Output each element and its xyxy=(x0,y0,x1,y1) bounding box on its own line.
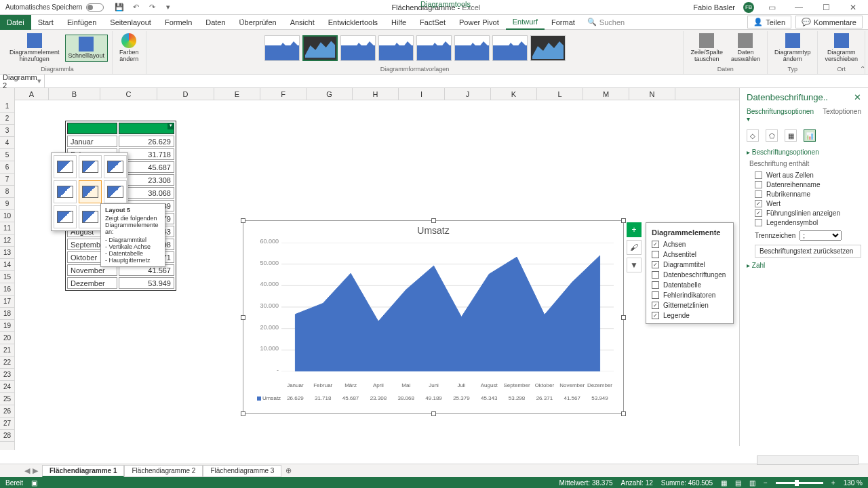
label-check-wert-aus-zellen[interactable]: Wert aus Zellen xyxy=(755,171,861,179)
row-header-25[interactable]: 25 xyxy=(0,393,14,405)
row-header-13[interactable]: 13 xyxy=(0,247,14,259)
chart-styles-button[interactable]: 🖌 xyxy=(627,240,642,255)
layout-option-8[interactable] xyxy=(79,205,102,228)
row-header-14[interactable]: 14 xyxy=(0,259,14,271)
layout-option-6[interactable] xyxy=(104,180,127,203)
chart-element-datenbeschriftungen[interactable]: Datenbeschriftungen xyxy=(646,270,733,280)
horizontal-scrollbar[interactable] xyxy=(757,455,859,465)
chart-element-fehlerindikatoren[interactable]: Fehlerindikatoren xyxy=(646,290,733,300)
row-header-18[interactable]: 18 xyxy=(0,308,14,320)
autosave-toggle[interactable]: Automatisches Speichern xyxy=(0,3,109,12)
add-chart-element-button[interactable]: Diagrammelement hinzufügen xyxy=(7,32,62,64)
chart-elements-button[interactable]: + xyxy=(627,222,642,237)
row-header-19[interactable]: 19 xyxy=(0,320,14,332)
fill-line-icon[interactable]: ◇ xyxy=(747,129,759,142)
chart-element-achsen[interactable]: ✓Achsen xyxy=(646,239,733,249)
chart-style-3[interactable] xyxy=(340,35,376,61)
comments-button[interactable]: 💬Kommentare xyxy=(795,16,863,28)
chart-style-6[interactable] xyxy=(454,35,490,61)
maximize-icon[interactable]: ☐ xyxy=(816,1,835,14)
layout-option-5[interactable] xyxy=(79,180,102,203)
col-header-F[interactable]: F xyxy=(260,88,307,100)
sheet-tab-1[interactable]: Flächendiagramme 1 xyxy=(42,465,124,477)
row-header-9[interactable]: 9 xyxy=(0,198,14,210)
ribbon-tab-power pivot[interactable]: Power Pivot xyxy=(452,15,506,30)
zoom-in-icon[interactable]: + xyxy=(831,479,835,487)
row-header-27[interactable]: 27 xyxy=(0,418,14,430)
chart-plot-area[interactable] xyxy=(281,243,614,371)
ribbon-tab-überprüfen[interactable]: Überprüfen xyxy=(233,15,283,30)
row-header-10[interactable]: 10 xyxy=(0,210,14,222)
row-header-15[interactable]: 15 xyxy=(0,271,14,283)
layout-option-7[interactable] xyxy=(54,205,77,228)
ribbon-tab-factset[interactable]: FactSet xyxy=(413,15,452,30)
chart-element-legende[interactable]: ✓Legende xyxy=(646,310,733,321)
label-check-datenreihenname[interactable]: Datenreihenname xyxy=(755,181,861,188)
ribbon-tab-einfügen[interactable]: Einfügen xyxy=(60,15,103,30)
chart-style-7[interactable] xyxy=(492,35,528,61)
row-header-8[interactable]: 8 xyxy=(0,186,14,198)
chart-element-datentabelle[interactable]: Datentabelle xyxy=(646,280,733,290)
select-data-button[interactable]: Daten auswählen xyxy=(728,32,763,64)
size-props-icon[interactable]: ▦ xyxy=(785,129,797,142)
col-header-I[interactable]: I xyxy=(399,88,445,100)
ribbon-tab-entwurf[interactable]: Entwurf xyxy=(506,15,545,30)
row-header-20[interactable]: 20 xyxy=(0,332,14,344)
minimize-icon[interactable]: — xyxy=(789,1,808,14)
col-header-E[interactable]: E xyxy=(214,88,260,100)
row-header-26[interactable]: 26 xyxy=(0,405,14,418)
sheet-prev-icon[interactable]: ◀ xyxy=(24,466,30,475)
search-box[interactable]: 🔍 Suchen xyxy=(582,18,630,26)
ribbon-tab-format[interactable]: Format xyxy=(545,15,582,30)
chart-style-1[interactable] xyxy=(264,35,300,61)
redo-icon[interactable]: ↷ xyxy=(147,3,157,12)
add-sheet-button[interactable]: ⊕ xyxy=(281,465,296,476)
format-tab-text[interactable]: Textoptionen xyxy=(823,108,861,123)
col-header-C[interactable]: C xyxy=(100,88,157,100)
close-icon[interactable]: ✕ xyxy=(844,1,863,14)
quick-layout-button[interactable]: Schnelllayout xyxy=(65,35,108,62)
ribbon-tab-start[interactable]: Start xyxy=(31,15,60,30)
row-header-22[interactable]: 22 xyxy=(0,357,14,369)
row-header-2[interactable]: 2 xyxy=(0,113,14,125)
zoom-slider[interactable] xyxy=(776,482,823,484)
col-header-L[interactable]: L xyxy=(537,88,583,100)
switch-row-col-button[interactable]: Zeile/Spalte tauschen xyxy=(688,32,726,64)
chart-style-4[interactable] xyxy=(378,35,414,61)
chart-style-5[interactable] xyxy=(416,35,452,61)
label-check-führungslinien-anzeigen[interactable]: ✓Führungslinien anzeigen xyxy=(755,209,861,217)
col-header-B[interactable]: B xyxy=(49,88,100,100)
ribbon-display-icon[interactable]: ▭ xyxy=(762,1,781,14)
view-break-icon[interactable]: ▥ xyxy=(749,479,755,487)
row-header-1[interactable]: 1 xyxy=(0,100,14,113)
row-header-24[interactable]: 24 xyxy=(0,381,14,393)
col-header-A[interactable]: A xyxy=(15,88,49,100)
chart-element-diagrammtitel[interactable]: ✓Diagrammtitel xyxy=(646,260,733,270)
row-header-21[interactable]: 21 xyxy=(0,344,14,357)
share-button[interactable]: 👤Teilen xyxy=(747,16,791,28)
undo-icon[interactable]: ↶ xyxy=(131,3,140,12)
chart-element-achsentitel[interactable]: Achsentitel xyxy=(646,249,733,260)
sheet-tab-3[interactable]: Flächendiagramme 3 xyxy=(203,465,281,477)
col-header-D[interactable]: D xyxy=(157,88,214,100)
section-label-options[interactable]: ▸ Beschriftungsoptionen xyxy=(747,148,861,156)
collapse-ribbon-icon[interactable]: ⌃ xyxy=(860,65,865,73)
ribbon-tab-entwicklertools[interactable]: Entwicklertools xyxy=(321,15,384,30)
chart-style-2[interactable] xyxy=(302,35,338,61)
table-row[interactable]: Dezember53.949 xyxy=(67,277,174,289)
col-header-G[interactable]: G xyxy=(307,88,353,100)
ribbon-tab-datei[interactable]: Datei xyxy=(0,15,31,30)
label-options-icon[interactable]: 📊 xyxy=(804,129,816,142)
worksheet-grid[interactable]: ABCDEFGHIJKLMN 1234567891011121314151617… xyxy=(0,88,868,450)
row-header-3[interactable]: 3 xyxy=(0,125,14,137)
row-header-7[interactable]: 7 xyxy=(0,174,14,186)
save-icon[interactable]: 💾 xyxy=(115,3,124,12)
layout-option-3[interactable] xyxy=(104,155,127,178)
separator-select[interactable]: ; xyxy=(800,230,842,241)
ribbon-tab-formeln[interactable]: Formeln xyxy=(158,15,199,30)
name-box[interactable]: Diagramm 2 ▾ xyxy=(0,75,45,87)
qat-more-icon[interactable]: ▾ xyxy=(163,3,173,12)
chart-element-gitternetzlinien[interactable]: ✓Gitternetzlinien xyxy=(646,300,733,310)
record-macro-icon[interactable]: ▣ xyxy=(31,479,37,487)
row-header-23[interactable]: 23 xyxy=(0,369,14,381)
